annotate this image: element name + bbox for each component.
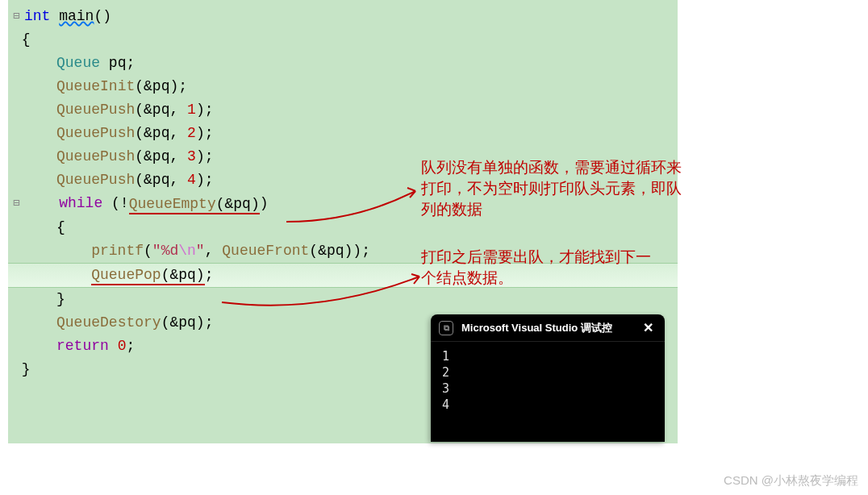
keyword-int: int	[24, 8, 50, 24]
console-line: 4	[442, 397, 653, 413]
keyword-return: return	[56, 338, 109, 354]
annotation-pop-next: 打印之后需要出队，才能找到下一个结点数据。	[421, 247, 663, 289]
console-app-icon: ⧉	[439, 321, 453, 335]
console-line: 2	[442, 364, 653, 381]
console-titlebar[interactable]: ⧉ Microsoft Visual Studio 调试控 ✕	[431, 314, 665, 342]
call-queuefront: QueueFront	[222, 243, 309, 259]
console-line: 1	[442, 348, 653, 364]
close-icon[interactable]: ✕	[640, 320, 657, 335]
call-queueinit: QueueInit	[56, 78, 135, 94]
watermark: CSDN @小林熬夜学编程	[724, 473, 858, 489]
call-queuedestroy: QueueDestory	[56, 314, 161, 331]
console-line: 3	[442, 381, 653, 397]
keyword-while: while	[59, 196, 102, 212]
type-queue: Queue	[56, 55, 100, 71]
annotation-loop-print: 队列没有单独的函数，需要通过循环来打印，不为空时则打印队头元素，即队列的数据	[421, 157, 695, 220]
console-title: Microsoft Visual Studio 调试控	[461, 321, 633, 335]
call-queuepop: QueuePop	[91, 267, 161, 285]
call-printf: printf	[91, 243, 144, 259]
debug-console-window[interactable]: ⧉ Microsoft Visual Studio 调试控 ✕ 1 2 3 4	[431, 314, 665, 442]
call-queueempty: QueueEmpty	[129, 196, 216, 214]
func-main: main	[59, 8, 94, 24]
console-output[interactable]: 1 2 3 4	[431, 342, 665, 419]
